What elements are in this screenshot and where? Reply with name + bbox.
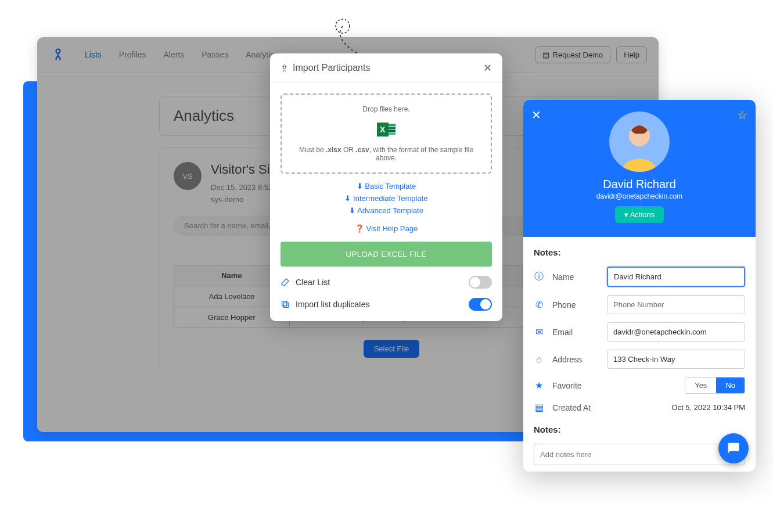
- profile-body: Notes: ⓘ Name ✆ Phone ✉ Email ⌂ Address …: [523, 237, 756, 471]
- svg-rect-8: [389, 132, 396, 135]
- download-icon: ⬇: [349, 206, 357, 215]
- name-label: Name: [552, 272, 599, 282]
- modal-close-button[interactable]: ✕: [483, 62, 492, 74]
- phone-label: Phone: [552, 300, 599, 310]
- basic-template-link[interactable]: ⬇ Basic Template: [281, 182, 492, 190]
- caret-down-icon: ▾: [624, 210, 630, 219]
- home-icon: ⌂: [534, 354, 544, 365]
- email-label: Email: [552, 328, 599, 337]
- upload-excel-button[interactable]: UPLOAD EXCEL FILE: [281, 242, 492, 267]
- format-text: Must be .xlsx OR .csv, with the format o…: [290, 146, 483, 162]
- created-value: Oct 5, 2022 10:34 PM: [672, 403, 745, 412]
- intermediate-template-link[interactable]: ⬇ Intermediate Template: [281, 194, 492, 203]
- clear-list-label: Clear List: [296, 278, 330, 287]
- import-duplicates-row: Import list duplicates: [281, 298, 492, 311]
- field-name-row: ⓘ Name: [534, 267, 745, 287]
- created-label: Created At: [552, 403, 599, 412]
- phone-input[interactable]: [607, 295, 745, 314]
- modal-header: ⇪ Import Participants ✕: [270, 53, 502, 83]
- clear-list-row: Clear List: [281, 276, 492, 289]
- field-phone-row: ✆ Phone: [534, 295, 745, 314]
- advanced-template-link[interactable]: ⬇ Advanced Template: [281, 206, 492, 215]
- notes-heading-2: Notes:: [534, 425, 745, 434]
- star-icon: ★: [534, 380, 544, 391]
- download-icon: ⬇: [344, 194, 353, 203]
- duplicate-icon: [281, 300, 290, 309]
- actions-button[interactable]: ▾ Actions: [615, 206, 664, 223]
- favorite-toggle-group: Yes No: [685, 377, 745, 394]
- template-links: ⬇ Basic Template ⬇ Intermediate Template…: [281, 182, 492, 215]
- address-input[interactable]: [607, 350, 745, 369]
- field-favorite-row: ★ Favorite Yes No: [534, 377, 745, 394]
- svg-text:X: X: [380, 125, 386, 134]
- email-icon: ✉: [534, 326, 544, 337]
- svg-rect-9: [282, 301, 287, 306]
- chat-widget-button[interactable]: [718, 433, 749, 463]
- import-duplicates-label: Import list duplicates: [296, 300, 370, 309]
- eraser-icon: [281, 278, 290, 287]
- file-dropzone[interactable]: Drop files here. X Must be .xlsx OR .csv…: [281, 94, 492, 174]
- profile-header: ✕ ☆ David Richard davidr@onetapcheckin.c…: [523, 100, 756, 237]
- help-page-link[interactable]: ❓ Visit Help Page: [355, 224, 418, 233]
- phone-icon: ✆: [534, 299, 544, 310]
- profile-close-button[interactable]: ✕: [531, 108, 541, 122]
- clear-list-toggle[interactable]: [469, 276, 492, 289]
- field-created-row: ▤ Created At Oct 5, 2022 10:34 PM: [534, 402, 745, 413]
- info-icon: ⓘ: [534, 271, 544, 283]
- field-address-row: ⌂ Address: [534, 350, 745, 369]
- profile-email: davidr@onetapcheckin.com: [533, 192, 746, 200]
- svg-rect-5: [389, 124, 396, 126]
- favorite-star-icon[interactable]: ☆: [737, 108, 747, 122]
- field-email-row: ✉ Email: [534, 322, 745, 342]
- address-label: Address: [552, 355, 599, 364]
- excel-icon: X: [376, 119, 397, 140]
- import-duplicates-toggle[interactable]: [469, 298, 492, 311]
- favorite-yes-button[interactable]: Yes: [685, 378, 716, 393]
- help-icon: ❓: [355, 224, 366, 233]
- favorite-no-button[interactable]: No: [716, 378, 745, 393]
- modal-title: Import Participants: [293, 63, 370, 73]
- svg-rect-10: [283, 303, 288, 307]
- notes-textarea[interactable]: [534, 444, 745, 465]
- drop-text: Drop files here.: [290, 105, 483, 113]
- name-input[interactable]: [607, 267, 745, 287]
- favorite-label: Favorite: [552, 381, 599, 390]
- import-modal: ⇪ Import Participants ✕ Drop files here.…: [270, 53, 502, 321]
- download-icon: ⬇: [357, 182, 365, 190]
- svg-rect-6: [389, 127, 396, 129]
- calendar-icon: ▤: [534, 402, 544, 413]
- profile-avatar: [609, 112, 670, 172]
- notes-heading: Notes:: [534, 247, 745, 257]
- profile-name: David Richard: [533, 178, 746, 191]
- email-input[interactable]: [607, 322, 745, 342]
- svg-rect-7: [389, 130, 396, 132]
- upload-icon: ⇪: [281, 63, 288, 74]
- profile-panel: ✕ ☆ David Richard davidr@onetapcheckin.c…: [523, 100, 756, 472]
